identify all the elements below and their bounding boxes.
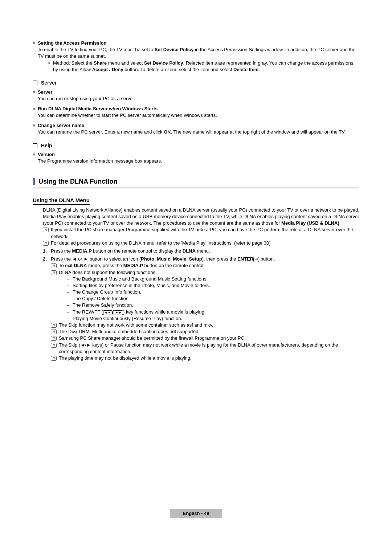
- rew-icon: ◄◄: [103, 310, 113, 315]
- ff-icon: ►►: [114, 310, 123, 315]
- note-icon: N: [51, 263, 57, 268]
- item-change-name: ■ Change server name You can rename the …: [33, 122, 359, 135]
- unsupported-list: –The Background Music and Background Mus…: [33, 276, 359, 322]
- note-icon: N: [51, 343, 57, 348]
- subnote-exit: N To exit DLNA mode, press the MEDIA.P b…: [33, 262, 359, 269]
- item-run-dlna: ■ Run DLNA Digital Media Server when Win…: [33, 106, 359, 119]
- checkbox-icon: [33, 143, 37, 148]
- step-1: 1. Press the MEDIA.P button on the remot…: [33, 248, 359, 254]
- enter-icon: ⏎: [253, 257, 259, 262]
- chapter-bar-icon: [33, 178, 35, 185]
- item-body: To enable the TV to find your PC, the TV…: [38, 46, 359, 60]
- note-icon: N: [51, 356, 57, 361]
- page-footer: English - 49: [33, 509, 359, 518]
- note-icon: N: [51, 323, 57, 328]
- square-bullet-icon: ■: [33, 89, 38, 102]
- section-help: Help: [33, 142, 359, 150]
- note-icon: N: [43, 241, 49, 246]
- square-bullet-icon: ■: [33, 106, 38, 119]
- square-bullet-icon: ■: [33, 40, 38, 73]
- section-server: Server: [33, 79, 359, 87]
- note-skip: N The Skip function may not work with so…: [33, 322, 359, 328]
- chapter-heading: Using the DLNA Function: [33, 177, 359, 188]
- item-server: ■ Server You can run or stop using your …: [33, 89, 359, 102]
- note-install: N If you install the PC share manager Pr…: [33, 226, 359, 240]
- subheading: Using the DLNA Menu: [33, 188, 359, 205]
- note-time: N The playing time may not be displayed …: [33, 355, 359, 361]
- checkbox-icon: [33, 81, 37, 85]
- note-icon: N: [51, 336, 57, 341]
- dot-icon: ●: [48, 60, 53, 73]
- note-icon: N: [51, 330, 57, 334]
- square-bullet-icon: ■: [33, 151, 38, 164]
- page-number: English - 49: [170, 509, 222, 518]
- note-firewall: N Samsung PC Share manager should be per…: [33, 335, 359, 341]
- item-version: ■ Version The Programme version informat…: [33, 151, 359, 164]
- note-procedures: N For detailed procedures on using the D…: [33, 240, 359, 246]
- square-bullet-icon: ■: [33, 122, 38, 135]
- note-divx: N The Divx DRM, Multi-audio, embedded ca…: [33, 328, 359, 335]
- item-access-permission: ■ Setting the Access Permission To enabl…: [33, 40, 359, 73]
- method-row: ● Method: Select the Share menu and sele…: [38, 60, 359, 73]
- note-skip-pause: N The Skip (◄/► keys) or Pause function …: [33, 342, 359, 355]
- note-icon: N: [51, 270, 57, 275]
- subnote-unsupported: N DLNA does not support the following fu…: [33, 269, 359, 276]
- step-2: 2. Press the ◄ or ► button to select an …: [33, 256, 359, 262]
- note-icon: N: [43, 228, 49, 232]
- intro-paragraph: DLNA (Digital Living Network Alliance) e…: [33, 207, 359, 227]
- item-title: Setting the Access Permission: [38, 40, 359, 46]
